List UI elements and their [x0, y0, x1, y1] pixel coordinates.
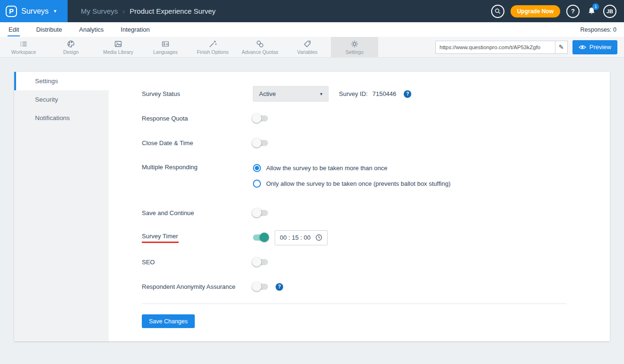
- sidebar-item-settings[interactable]: Settings: [14, 72, 109, 90]
- help-button[interactable]: ?: [566, 5, 580, 18]
- palette-icon: [67, 39, 75, 48]
- response-quota-row: Response Quota: [142, 111, 566, 126]
- survey-id-label: Survey ID:: [339, 90, 368, 97]
- settings-sidebar: Settings Security Notifications: [14, 72, 109, 341]
- sidebar-item-notifications[interactable]: Notifications: [14, 109, 109, 127]
- toolbar-item-label: Advance Quotas: [242, 49, 278, 55]
- edit-url-icon[interactable]: ✎: [555, 41, 567, 53]
- toolbar-item-languages[interactable]: A Languages: [142, 37, 189, 57]
- radio-button-icon: [253, 180, 261, 188]
- breadcrumb: My Surveys › Product Experience Survey: [81, 7, 216, 15]
- toolbar-right: https://www.questionpro.com/t/AP53kZgfo …: [435, 37, 624, 57]
- breadcrumb-separator-icon: ›: [122, 7, 125, 15]
- questionpro-logo-icon: P: [6, 6, 17, 17]
- save-continue-row: Save and Continue: [142, 205, 566, 221]
- toolbar-item-variables[interactable]: Variables: [284, 37, 331, 57]
- main-nav: Edit Distribute Analytics Integration Re…: [0, 22, 624, 37]
- topbar-actions: Upgrade Now ? 1 JB: [491, 5, 624, 18]
- survey-status-row: Survey Status Active ▾ Survey ID: 715044…: [142, 86, 566, 102]
- responses-count: Responses: 0: [581, 26, 616, 33]
- app-switcher[interactable]: P Surveys ▾: [0, 0, 68, 22]
- main-content: Settings Security Notifications Survey S…: [0, 58, 624, 364]
- save-continue-toggle[interactable]: [253, 210, 268, 216]
- anonymity-row: Respondent Anonymity Assurance ?: [142, 279, 566, 295]
- anonymity-label: Respondent Anonymity Assurance: [142, 283, 253, 290]
- upgrade-now-button[interactable]: Upgrade Now: [511, 5, 560, 17]
- survey-timer-input[interactable]: 00 : 15 : 00: [275, 230, 328, 245]
- seo-toggle[interactable]: [253, 259, 268, 265]
- survey-timer-row: Survey Timer 00 : 15 : 00: [142, 230, 566, 245]
- save-continue-label: Save and Continue: [142, 209, 253, 217]
- survey-timer-label: Survey Timer: [142, 233, 178, 240]
- close-date-label: Close Date & Time: [142, 139, 253, 147]
- form-divider: [142, 303, 566, 304]
- multiple-responding-label: Multiple Responding: [142, 160, 253, 171]
- survey-status-value: Active: [259, 90, 276, 97]
- tab-edit[interactable]: Edit: [8, 23, 20, 36]
- response-quota-toggle[interactable]: [253, 115, 268, 121]
- toggle-knob: [252, 113, 261, 123]
- toolbar-item-label: Variables: [297, 49, 318, 55]
- toolbar-item-label: Media Library: [103, 49, 133, 55]
- toggle-knob: [252, 208, 261, 217]
- preview-button-label: Preview: [589, 43, 611, 51]
- survey-title: Product Experience Survey: [130, 7, 216, 15]
- survey-id-value: 7150446: [373, 90, 397, 97]
- search-button[interactable]: [491, 5, 504, 18]
- toolbar-item-label: Design: [63, 49, 79, 55]
- survey-timer-red-underline: [142, 242, 179, 243]
- chevron-down-icon: ▾: [54, 8, 57, 14]
- close-date-row: Close Date & Time: [142, 135, 566, 151]
- survey-timer-label-wrap: Survey Timer: [142, 233, 253, 243]
- survey-timer-toggle[interactable]: [253, 234, 268, 241]
- save-changes-button[interactable]: Save Changes: [142, 314, 195, 328]
- chain-links-icon: [256, 39, 264, 48]
- tab-distribute[interactable]: Distribute: [35, 23, 63, 36]
- sidebar-item-security[interactable]: Security: [14, 90, 109, 109]
- close-date-toggle[interactable]: [253, 140, 268, 146]
- product-name: Surveys: [21, 7, 49, 16]
- toolbar-item-label: Finish Options: [197, 49, 228, 55]
- toolbar-item-workspace[interactable]: Workspace: [0, 37, 47, 57]
- toolbar-item-advance-quotas[interactable]: Advance Quotas: [236, 37, 284, 57]
- radio-label: Only allow the survey to be taken once (…: [266, 180, 451, 187]
- toggle-knob: [260, 233, 269, 242]
- eye-icon: [579, 44, 586, 50]
- survey-id-help-icon[interactable]: ?: [404, 90, 411, 98]
- avatar[interactable]: JB: [603, 5, 616, 18]
- anonymity-toggle[interactable]: [253, 284, 268, 290]
- breadcrumb-my-surveys[interactable]: My Surveys: [81, 7, 118, 15]
- clock-icon: [315, 234, 322, 241]
- response-quota-label: Response Quota: [142, 115, 253, 122]
- toolbar-item-finish-options[interactable]: Finish Options: [189, 37, 236, 57]
- toggle-knob: [252, 138, 261, 147]
- notifications-button[interactable]: 1: [586, 6, 597, 17]
- tab-analytics[interactable]: Analytics: [78, 23, 104, 36]
- preview-button[interactable]: Preview: [572, 40, 617, 54]
- anonymity-help-icon[interactable]: ?: [276, 283, 283, 291]
- toolbar-item-label: Settings: [346, 49, 364, 55]
- svg-text:A: A: [166, 42, 168, 46]
- settings-form: Survey Status Active ▾ Survey ID: 715044…: [109, 72, 610, 341]
- survey-url-input[interactable]: https://www.questionpro.com/t/AP53kZgfo: [436, 41, 555, 53]
- magic-wand-icon: [208, 39, 217, 48]
- topbar: P Surveys ▾ My Surveys › Product Experie…: [0, 0, 624, 22]
- survey-status-select[interactable]: Active ▾: [253, 86, 329, 102]
- question-mark-icon: ?: [571, 8, 575, 15]
- settings-card: Settings Security Notifications Survey S…: [14, 72, 610, 341]
- toggle-knob: [252, 257, 261, 267]
- multiple-responding-row: Multiple Responding Allow the survey to …: [142, 160, 566, 194]
- seo-label: SEO: [142, 259, 253, 266]
- survey-url-field: https://www.questionpro.com/t/AP53kZgfo …: [435, 41, 568, 54]
- toolbar-item-settings[interactable]: Settings: [331, 37, 378, 57]
- radio-only-once[interactable]: Only allow the survey to be taken once (…: [253, 178, 451, 189]
- radio-label: Allow the survey to be taken more than o…: [266, 165, 388, 172]
- toolbar-item-media-library[interactable]: Media Library: [95, 37, 142, 57]
- workspace-icon: [19, 39, 28, 48]
- seo-row: SEO: [142, 254, 566, 270]
- toolbar-item-design[interactable]: Design: [47, 37, 95, 57]
- survey-status-label: Survey Status: [142, 90, 253, 97]
- radio-allow-multiple[interactable]: Allow the survey to be taken more than o…: [253, 163, 451, 173]
- edit-toolbar: Workspace Design Media Library A: [0, 37, 624, 58]
- tab-integration[interactable]: Integration: [120, 23, 150, 36]
